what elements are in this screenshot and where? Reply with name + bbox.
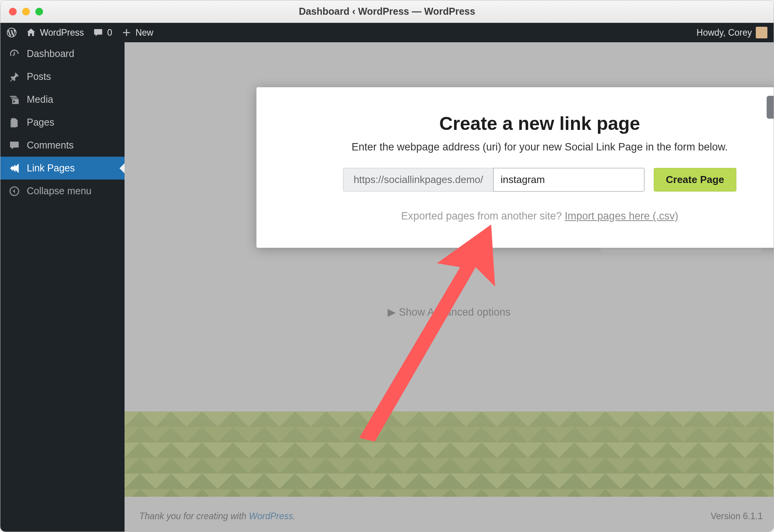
sidebar-item-posts[interactable]: Posts — [0, 65, 125, 88]
dashboard-icon — [9, 48, 20, 59]
close-button[interactable]: Close — [767, 96, 774, 119]
sidebar-item-label: Collapse menu — [27, 185, 92, 197]
howdy-account-button[interactable]: Howdy, Corey — [696, 27, 767, 38]
page-slug-input[interactable] — [493, 168, 644, 192]
url-prefix-label: https://sociallinkpages.demo/ — [343, 168, 493, 192]
pin-icon — [9, 71, 20, 82]
sidebar-item-link-pages[interactable]: Link Pages — [0, 157, 125, 180]
sidebar-item-label: Media — [27, 94, 53, 105]
howdy-text: Howdy, Corey — [696, 28, 752, 38]
new-content-button[interactable]: New — [121, 28, 153, 38]
import-prompt-text: Exported pages from another site? — [401, 210, 565, 222]
window-title: Dashboard ‹ WordPress — WordPress — [0, 6, 774, 17]
sidebar-item-pages[interactable]: Pages — [0, 111, 125, 134]
modal-subtitle: Enter the webpage address (uri) for your… — [268, 141, 774, 153]
pages-icon — [9, 117, 20, 128]
comments-icon — [9, 140, 20, 151]
sidebar-item-comments[interactable]: Comments — [0, 134, 125, 157]
window-minimize-icon[interactable] — [22, 8, 30, 16]
create-page-button[interactable]: Create Page — [654, 168, 736, 192]
window-zoom-icon[interactable] — [35, 8, 43, 16]
linkpages-icon — [9, 163, 20, 174]
wordpress-icon — [7, 28, 17, 38]
sidebar-item-label: Pages — [27, 117, 54, 128]
sidebar-item-dashboard[interactable]: Dashboard — [0, 42, 125, 65]
sidebar-item-label: Posts — [27, 71, 51, 82]
modal-title: Create a new link page — [268, 113, 774, 134]
comments-count: 0 — [107, 28, 112, 38]
avatar — [756, 27, 767, 38]
new-label: New — [135, 28, 153, 38]
import-prompt: Exported pages from another site? Import… — [268, 210, 774, 222]
window-close-icon[interactable] — [9, 8, 17, 16]
plus-icon — [121, 28, 132, 38]
site-name: WordPress — [40, 28, 84, 38]
site-home-button[interactable]: WordPress — [26, 28, 84, 38]
sidebar-collapse-button[interactable]: Collapse menu — [0, 180, 125, 202]
sidebar-item-media[interactable]: Media — [0, 88, 125, 111]
import-pages-link[interactable]: Import pages here (.csv) — [565, 210, 679, 222]
admin-bar: WordPress 0 New Howdy, Corey — [0, 23, 774, 42]
sidebar-item-label: Dashboard — [27, 48, 74, 59]
comments-bubble-button[interactable]: 0 — [93, 28, 112, 38]
media-icon — [9, 94, 20, 105]
comment-icon — [93, 28, 103, 38]
sidebar-item-label: Link Pages — [27, 162, 75, 174]
create-link-page-modal: Close Create a new link page Enter the w… — [256, 87, 774, 248]
wp-logo-button[interactable] — [7, 28, 17, 38]
collapse-icon — [9, 186, 20, 197]
admin-sidebar: Dashboard Posts Media Pages Comments Lin… — [0, 42, 125, 532]
sidebar-item-label: Comments — [27, 140, 74, 151]
home-icon — [26, 28, 36, 38]
